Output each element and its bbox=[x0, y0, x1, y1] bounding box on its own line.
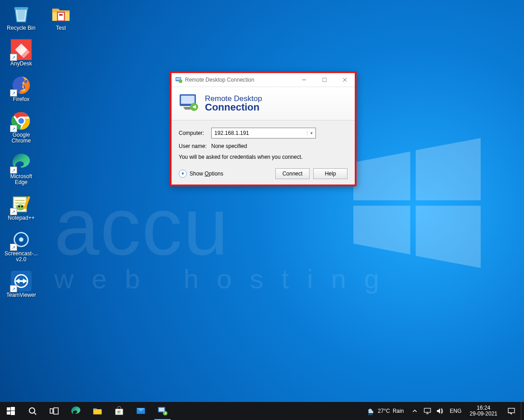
window-title: Remote Desktop Connection bbox=[185, 77, 294, 83]
show-options-toggle[interactable]: ▼ Show Options bbox=[179, 170, 223, 178]
desktop-icon-label: Microsoft Edge bbox=[4, 174, 39, 185]
desktop-icon-label: AnyDesk bbox=[10, 61, 32, 67]
svg-point-29 bbox=[179, 79, 182, 83]
svg-rect-4 bbox=[14, 7, 28, 10]
desktop-icon-screencast[interactable]: ↗ Screencast-... v2.0 bbox=[4, 229, 39, 263]
rdc-banner: Remote Desktop Connection bbox=[172, 87, 355, 120]
weather-icon bbox=[366, 406, 375, 415]
desktop-icon-test-folder[interactable]: Test bbox=[43, 4, 79, 31]
chrome-icon: ↗ bbox=[11, 111, 32, 131]
svg-line-62 bbox=[370, 414, 371, 415]
weather-condition: Rain bbox=[393, 408, 404, 414]
close-button[interactable] bbox=[334, 73, 355, 87]
svg-rect-64 bbox=[424, 408, 431, 412]
desktop-icon-label: Google Chrome bbox=[4, 132, 39, 144]
computer-input[interactable] bbox=[212, 130, 307, 136]
computer-label: Computer: bbox=[179, 130, 211, 136]
svg-marker-0 bbox=[353, 152, 410, 200]
taskbar-edge[interactable] bbox=[65, 402, 87, 420]
anydesk-icon: ↗ bbox=[11, 39, 32, 60]
desktop-icon-label: Screencast-... v2.0 bbox=[4, 251, 39, 263]
remote-desktop-window[interactable]: Remote Desktop Connection Remote Desktop… bbox=[170, 71, 357, 186]
svg-rect-41 bbox=[7, 411, 10, 415]
svg-point-18 bbox=[19, 237, 23, 242]
rdc-banner-line2: Connection bbox=[205, 102, 262, 112]
screencast-icon: ↗ bbox=[11, 229, 32, 250]
tray-clock[interactable]: 16:24 29-09-2021 bbox=[465, 405, 502, 417]
shortcut-arrow-icon: ↗ bbox=[10, 125, 17, 132]
svg-rect-53 bbox=[117, 412, 119, 414]
svg-rect-26 bbox=[59, 14, 63, 16]
shortcut-arrow-icon: ↗ bbox=[10, 89, 17, 97]
svg-rect-35 bbox=[181, 96, 195, 104]
maximize-button[interactable] bbox=[314, 73, 334, 87]
svg-point-43 bbox=[29, 408, 35, 413]
taskbar[interactable]: 27°C Rain ENG 16:24 29-09-2021 bbox=[0, 402, 524, 420]
svg-rect-25 bbox=[57, 12, 64, 21]
username-label: User name: bbox=[179, 143, 211, 149]
shortcut-arrow-icon: ↗ bbox=[10, 208, 17, 215]
connect-button[interactable]: Connect bbox=[275, 168, 310, 179]
search-button[interactable] bbox=[22, 402, 43, 420]
desktop-icon-firefox[interactable]: ↗ Firefox bbox=[4, 75, 39, 102]
svg-rect-40 bbox=[11, 407, 15, 411]
desktop-icon-chrome[interactable]: ↗ Google Chrome bbox=[4, 111, 39, 144]
svg-line-63 bbox=[372, 414, 372, 415]
tray-overflow-button[interactable] bbox=[408, 402, 421, 420]
svg-rect-39 bbox=[7, 407, 10, 411]
folder-icon bbox=[51, 4, 71, 24]
svg-rect-46 bbox=[54, 408, 58, 414]
taskbar-file-explorer[interactable] bbox=[87, 402, 108, 420]
task-view-button[interactable] bbox=[43, 402, 65, 420]
taskbar-rdc[interactable] bbox=[152, 402, 173, 420]
taskbar-store[interactable] bbox=[108, 402, 130, 420]
recycle-bin-icon bbox=[11, 4, 32, 24]
help-button[interactable]: Help bbox=[313, 168, 348, 179]
svg-rect-47 bbox=[93, 410, 102, 414]
svg-rect-31 bbox=[323, 78, 326, 82]
tray-notifications[interactable] bbox=[502, 407, 521, 415]
windows-logo-wallpaper bbox=[334, 135, 497, 271]
tray-volume-icon[interactable] bbox=[434, 402, 446, 420]
taskbar-weather[interactable]: 27°C Rain bbox=[362, 406, 408, 415]
svg-rect-58 bbox=[159, 408, 164, 411]
rdc-app-icon bbox=[175, 76, 182, 83]
tray-language[interactable]: ENG bbox=[446, 408, 465, 414]
rdc-banner-icon bbox=[179, 93, 200, 114]
svg-rect-51 bbox=[117, 411, 119, 412]
shortcut-arrow-icon: ↗ bbox=[10, 54, 17, 61]
weather-temp: 27°C bbox=[378, 408, 390, 414]
minimize-button[interactable] bbox=[294, 73, 314, 87]
credentials-note: You will be asked for credentials when y… bbox=[179, 154, 348, 160]
chevron-down-icon[interactable]: ▾ bbox=[307, 131, 315, 135]
notepadpp-icon: ↗ bbox=[11, 194, 32, 214]
svg-marker-3 bbox=[416, 206, 481, 268]
computer-combobox[interactable]: ▾ bbox=[211, 128, 316, 138]
desktop-icon-label: Notepad++ bbox=[8, 215, 34, 221]
svg-rect-52 bbox=[119, 411, 121, 412]
show-desktop-button[interactable] bbox=[521, 402, 524, 420]
taskbar-mail[interactable] bbox=[130, 402, 152, 420]
desktop-icon-anydesk[interactable]: ↗ AnyDesk bbox=[4, 39, 39, 67]
watermark: accu web hosting bbox=[54, 194, 397, 295]
svg-line-61 bbox=[369, 414, 369, 415]
desktop-icons: Recycle Bin ↗ AnyDesk ↗ Firefox ↗ Google… bbox=[4, 4, 39, 298]
desktop-icon-teamviewer[interactable]: ↗ TeamViewer bbox=[4, 271, 39, 298]
svg-rect-42 bbox=[11, 411, 15, 415]
tray-monitor-icon[interactable] bbox=[421, 402, 434, 420]
show-options-label: Show Options bbox=[190, 171, 223, 177]
desktop-icon-recycle-bin[interactable]: Recycle Bin bbox=[4, 4, 39, 31]
desktop-icon-notepadpp[interactable]: ↗ Notepad++ bbox=[4, 194, 39, 221]
window-titlebar[interactable]: Remote Desktop Connection bbox=[172, 73, 355, 87]
rdc-body: Computer: ▾ User name: None specified Yo… bbox=[172, 120, 355, 185]
svg-rect-54 bbox=[119, 412, 121, 413]
chevron-down-icon: ▼ bbox=[179, 170, 187, 178]
svg-marker-1 bbox=[416, 138, 481, 200]
shortcut-arrow-icon: ↗ bbox=[10, 166, 17, 174]
desktop-icon-edge[interactable]: ↗ Microsoft Edge bbox=[4, 152, 39, 185]
start-button[interactable] bbox=[0, 402, 22, 420]
username-value: None specified bbox=[211, 143, 348, 149]
desktop[interactable]: accu web hosting Recycle Bin ↗ AnyDesk ↗ bbox=[0, 0, 524, 420]
svg-line-44 bbox=[34, 413, 36, 415]
shortcut-arrow-icon: ↗ bbox=[10, 244, 17, 251]
